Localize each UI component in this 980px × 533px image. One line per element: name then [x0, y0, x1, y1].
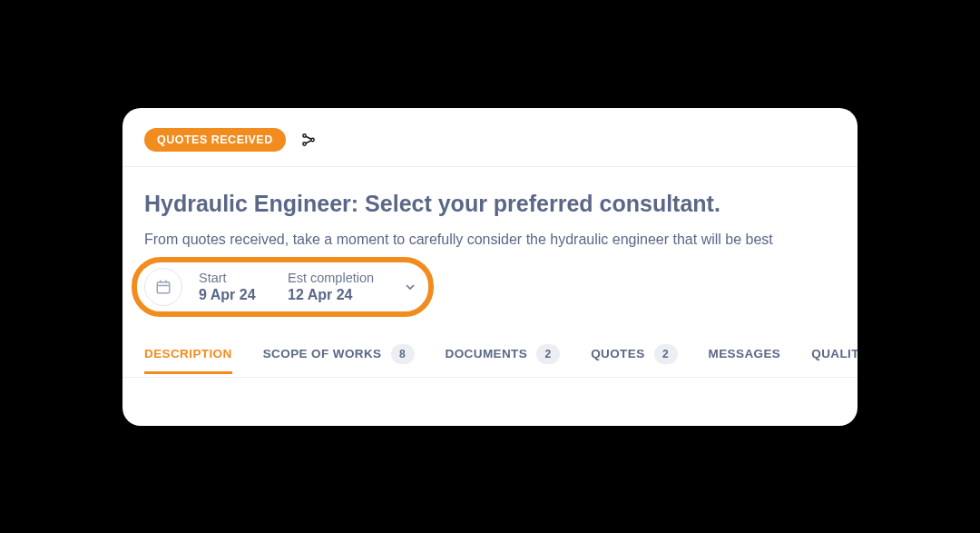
- chevron-down-icon: [399, 276, 421, 298]
- tab-quotes[interactable]: QUOTES 2: [591, 331, 677, 377]
- tab-label: DOCUMENTS: [446, 347, 528, 360]
- content-area: Hydraulic Engineer: Select your preferre…: [122, 167, 858, 331]
- svg-point-1: [303, 142, 306, 144]
- tabs-bar: DESCRIPTION SCOPE OF WORKS 8 DOCUMENTS 2…: [122, 331, 858, 378]
- tab-label: SCOPE OF WORKS: [263, 347, 382, 360]
- status-badge: QUOTES RECEIVED: [144, 128, 286, 152]
- page-subtitle: From quotes received, take a moment to c…: [144, 232, 836, 248]
- tab-label: DESCRIPTION: [144, 347, 232, 360]
- tab-label: QUALITY: [811, 347, 858, 360]
- project-card: QUOTES RECEIVED Hydraulic Engineer: Sele…: [122, 108, 858, 426]
- tab-quality[interactable]: QUALITY: [811, 334, 858, 373]
- start-date-label: Start: [199, 271, 271, 285]
- svg-point-2: [311, 138, 314, 141]
- calendar-icon: [144, 268, 182, 306]
- page-title: Hydraulic Engineer: Select your preferre…: [144, 191, 836, 217]
- top-bar: QUOTES RECEIVED: [122, 108, 858, 167]
- start-date-column: Start 9 Apr 24: [199, 271, 271, 303]
- tab-label: MESSAGES: [709, 347, 781, 360]
- svg-rect-3: [157, 281, 170, 292]
- tab-scope-of-works[interactable]: SCOPE OF WORKS 8: [263, 331, 415, 377]
- date-panel-highlight: Start 9 Apr 24 Est completion 12 Apr 24: [144, 268, 421, 306]
- tab-count-badge: 2: [654, 344, 678, 364]
- tab-count-badge: 8: [391, 344, 415, 364]
- svg-point-0: [303, 133, 306, 136]
- tab-documents[interactable]: DOCUMENTS 2: [446, 331, 561, 377]
- tab-messages[interactable]: MESSAGES: [709, 334, 781, 373]
- date-panel[interactable]: Start 9 Apr 24 Est completion 12 Apr 24: [144, 268, 421, 306]
- tab-count-badge: 2: [536, 344, 560, 364]
- start-date-value: 9 Apr 24: [199, 287, 271, 303]
- completion-date-column: Est completion 12 Apr 24: [288, 271, 374, 303]
- completion-date-label: Est completion: [288, 271, 374, 285]
- completion-date-value: 12 Apr 24: [288, 287, 374, 303]
- tab-description[interactable]: DESCRIPTION: [144, 334, 232, 373]
- tab-label: QUOTES: [591, 347, 644, 360]
- share-icon[interactable]: [299, 130, 318, 150]
